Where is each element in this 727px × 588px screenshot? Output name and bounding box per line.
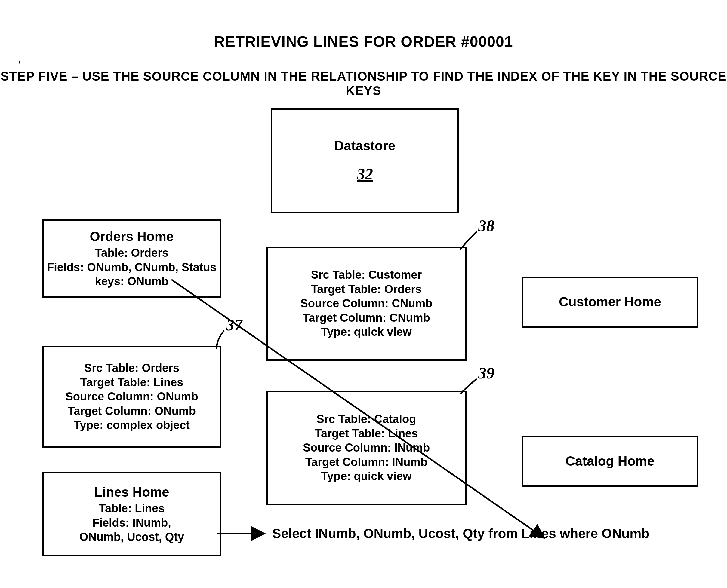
ref-38: 38 bbox=[478, 216, 494, 235]
rel37-target: Target Table: Lines bbox=[80, 376, 183, 390]
rel37-srccol: Source Column: ONumb bbox=[65, 390, 198, 404]
diagram-page: RETRIEVING LINES FOR ORDER #00001 STEP F… bbox=[0, 0, 727, 588]
stray-mark: , bbox=[18, 54, 20, 64]
lines-home-box: Lines Home Table: Lines Fields: INumb, O… bbox=[42, 472, 221, 556]
orders-home-fields: Fields: ONumb, CNumb, Status bbox=[47, 260, 217, 275]
rel37-src: Src Table: Orders bbox=[84, 361, 179, 376]
relationship-39-box: Src Table: Catalog Target Table: Lines S… bbox=[266, 391, 466, 505]
rel38-tgtcol: Target Column: CNumb bbox=[303, 311, 430, 325]
orders-home-heading: Orders Home bbox=[90, 228, 174, 245]
rel38-src: Src Table: Customer bbox=[311, 268, 422, 282]
rel39-type: Type: quick view bbox=[321, 469, 411, 484]
lines-home-heading: Lines Home bbox=[94, 484, 169, 500]
catalog-home-heading: Catalog Home bbox=[565, 453, 654, 469]
rel39-tgtcol: Target Column: INumb bbox=[305, 455, 428, 469]
datastore-box: Datastore 32 bbox=[271, 108, 459, 213]
ref-39: 39 bbox=[478, 364, 494, 382]
lines-home-fields1: Fields: INumb, bbox=[92, 516, 171, 530]
rel37-type: Type: complex object bbox=[74, 418, 190, 433]
relationship-38-box: Src Table: Customer Target Table: Orders… bbox=[266, 247, 466, 361]
customer-home-box: Customer Home bbox=[522, 277, 698, 328]
main-title: RETRIEVING LINES FOR ORDER #00001 bbox=[0, 33, 727, 50]
orders-home-box: Orders Home Table: Orders Fields: ONumb,… bbox=[42, 219, 221, 298]
rel38-target: Target Table: Orders bbox=[311, 282, 422, 297]
orders-home-keys: keys: ONumb bbox=[95, 274, 169, 289]
orders-home-table: Table: Orders bbox=[95, 246, 168, 260]
datastore-label: Datastore bbox=[335, 138, 396, 154]
rel37-tgtcol: Target Column: ONumb bbox=[68, 404, 196, 418]
relationship-37-box: Src Table: Orders Target Table: Lines So… bbox=[42, 346, 221, 448]
rel38-type: Type: quick view bbox=[321, 325, 411, 339]
step-title: STEP FIVE – USE THE SOURCE COLUMN IN THE… bbox=[0, 69, 727, 98]
lines-home-table: Table: Lines bbox=[99, 501, 165, 516]
sql-statement: Select INumb, ONumb, Ucost, Qty from Lin… bbox=[272, 526, 649, 541]
datastore-ref: 32 bbox=[357, 164, 373, 185]
rel39-src: Src Table: Catalog bbox=[317, 412, 416, 426]
rel39-srccol: Source Column: INumb bbox=[303, 441, 430, 455]
ref-37: 37 bbox=[226, 316, 242, 334]
customer-home-heading: Customer Home bbox=[559, 293, 661, 310]
rel38-srccol: Source Column: CNumb bbox=[300, 296, 432, 311]
catalog-home-box: Catalog Home bbox=[522, 436, 698, 487]
rel39-target: Target Table: Lines bbox=[315, 426, 418, 441]
lines-home-fields2: ONumb, Ucost, Qty bbox=[79, 530, 184, 544]
